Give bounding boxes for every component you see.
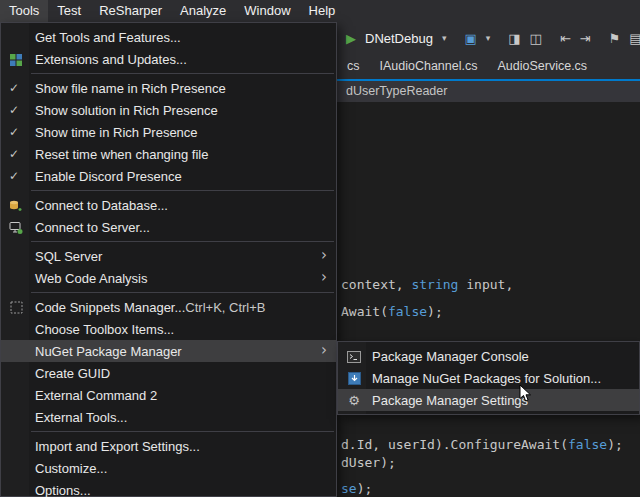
nuget-packages-icon	[346, 371, 362, 386]
menu-item-get-tools-and-features[interactable]: Get Tools and Features...	[1, 26, 336, 48]
menubar-item-resharper[interactable]: ReSharper	[90, 0, 171, 22]
checkmark-icon: ✓	[9, 143, 19, 165]
quick-actions-caret-icon[interactable]: ▾	[486, 33, 491, 43]
code-line: context, string input,	[341, 277, 513, 292]
menu-item-label: Web Code Analysis	[35, 271, 148, 286]
menubar-item-help[interactable]: Help	[300, 0, 345, 22]
code-keyword: false	[388, 304, 427, 319]
comment-icon[interactable]: ▤	[629, 32, 640, 45]
menubar-item-analyze[interactable]: Analyze	[171, 0, 235, 22]
code-line: Await(false);	[341, 304, 443, 319]
menu-item-connect-to-server[interactable]: Connect to Server...	[1, 216, 336, 238]
menubar-item-window[interactable]: Window	[235, 0, 299, 22]
debug-target-caret-icon[interactable]: ▾	[442, 33, 447, 43]
code-text: input,	[458, 277, 513, 292]
menu-item-extensions-and-updates[interactable]: Extensions and Updates...	[1, 48, 336, 70]
menu-item-label: Import and Export Settings...	[35, 439, 200, 454]
submenu-arrow-icon: ›	[321, 340, 327, 360]
tab-audioservice[interactable]: AudioService.cs	[487, 54, 597, 79]
menu-item-options[interactable]: Options...	[1, 479, 336, 497]
code-line: se);	[341, 481, 372, 496]
menu-item-choose-toolbox-items[interactable]: Choose Toolbox Items...	[1, 318, 336, 340]
tab-iaudiochannel[interactable]: IAudioChannel.cs	[370, 54, 488, 79]
menu-separator	[31, 190, 334, 191]
debug-target-label[interactable]: DNetDebug	[365, 31, 433, 46]
code-text: );	[607, 437, 623, 452]
menu-item-label: Options...	[35, 483, 91, 497]
menu-item-show-solution[interactable]: ✓ Show solution in Rich Presence	[1, 99, 336, 121]
menu-item-sql-server[interactable]: SQL Server ›	[1, 245, 336, 267]
submenu-item-package-manager-settings[interactable]: ⚙ Package Manager Settings	[338, 389, 639, 411]
menu-item-connect-to-database[interactable]: Connect to Database...	[1, 194, 336, 216]
submenu-arrow-icon: ›	[321, 267, 327, 287]
code-keyword: se	[341, 481, 357, 496]
menu-item-label: Customize...	[35, 461, 107, 476]
menu-item-label: Connect to Server...	[35, 220, 150, 235]
split-view-icon[interactable]: ◫	[530, 32, 542, 45]
menubar-item-test[interactable]: Test	[48, 0, 90, 22]
menu-item-label: Extensions and Updates...	[35, 52, 187, 67]
menu-item-import-export-settings[interactable]: Import and Export Settings...	[1, 435, 336, 457]
submenu-item-label: Manage NuGet Packages for Solution...	[372, 371, 601, 386]
navbar-type-label: dUserTypeReader	[346, 84, 447, 98]
menu-item-external-command-2[interactable]: External Command 2	[1, 384, 336, 406]
menu-item-reset-time[interactable]: ✓ Reset time when changing file	[1, 143, 336, 165]
code-keyword: string	[411, 277, 458, 292]
menu-bar: Tools Test ReSharper Analyze Window Help	[0, 0, 640, 22]
nuget-package-manager-submenu: Package Manager Console Manage NuGet Pac…	[337, 341, 640, 415]
code-snippets-icon	[8, 300, 24, 315]
connect-server-icon	[8, 220, 24, 235]
submenu-item-label: Package Manager Console	[372, 349, 529, 364]
code-keyword: false	[568, 437, 607, 452]
connect-database-icon	[8, 198, 24, 213]
submenu-item-package-manager-console[interactable]: Package Manager Console	[338, 345, 639, 367]
menu-item-create-guid[interactable]: Create GUID	[1, 362, 336, 384]
tab-partial[interactable]: cs	[337, 54, 370, 79]
menu-item-label: Choose Toolbox Items...	[35, 322, 174, 337]
menu-item-customize[interactable]: Customize...	[1, 457, 336, 479]
preview-changes-icon[interactable]: ◨	[508, 32, 520, 45]
code-text: );	[427, 304, 443, 319]
menu-separator	[31, 73, 334, 74]
menubar-item-tools[interactable]: Tools	[0, 0, 48, 22]
menu-item-external-tools[interactable]: External Tools...	[1, 406, 336, 428]
indent-increase-icon[interactable]: ⇥	[580, 32, 591, 45]
quick-actions-icon[interactable]: ▣	[464, 32, 476, 45]
code-line: d.Id, userId).ConfigureAwait(false);	[341, 437, 623, 452]
checkmark-icon: ✓	[9, 165, 19, 187]
tools-menu: Get Tools and Features... Extensions and…	[0, 22, 337, 497]
start-debug-icon[interactable]: ▶	[346, 32, 356, 45]
menu-item-label: Connect to Database...	[35, 198, 168, 213]
checkmark-icon: ✓	[9, 99, 19, 121]
menu-separator	[31, 292, 334, 293]
menu-item-shortcut: Ctrl+K, Ctrl+B	[185, 300, 309, 315]
menu-item-label: Get Tools and Features...	[35, 30, 181, 45]
extensions-icon	[8, 52, 24, 67]
indent-decrease-icon[interactable]: ⇤	[560, 32, 571, 45]
checkmark-icon: ✓	[9, 121, 19, 143]
menu-item-label: External Command 2	[35, 388, 157, 403]
menu-item-web-code-analysis[interactable]: Web Code Analysis ›	[1, 267, 336, 289]
submenu-item-manage-nuget-packages[interactable]: Manage NuGet Packages for Solution...	[338, 367, 639, 389]
code-text: Await(	[341, 304, 388, 319]
code-text: d.Id, userId).ConfigureAwait(	[341, 437, 568, 452]
menu-item-label: NuGet Package Manager	[35, 344, 182, 359]
code-line: dUser);	[341, 455, 396, 470]
menu-item-label: Show time in Rich Presence	[35, 125, 198, 140]
menu-item-label: Enable Discord Presence	[35, 169, 182, 184]
menu-item-label: External Tools...	[35, 410, 127, 425]
menu-separator	[31, 241, 334, 242]
menu-item-show-file-name[interactable]: ✓ Show file name in Rich Presence	[1, 77, 336, 99]
gear-icon: ⚙	[346, 393, 362, 408]
menu-item-show-time[interactable]: ✓ Show time in Rich Presence	[1, 121, 336, 143]
menu-item-label: Create GUID	[35, 366, 110, 381]
menu-item-nuget-package-manager[interactable]: NuGet Package Manager ›	[1, 340, 336, 362]
menu-item-enable-discord-presence[interactable]: ✓ Enable Discord Presence	[1, 165, 336, 187]
submenu-arrow-icon: ›	[321, 245, 327, 265]
bookmark-icon[interactable]: ⚑	[609, 32, 621, 45]
code-text: dUser);	[341, 455, 396, 470]
code-text: );	[357, 481, 373, 496]
code-text: context,	[341, 277, 411, 292]
menu-item-code-snippets-manager[interactable]: Code Snippets Manager... Ctrl+K, Ctrl+B	[1, 296, 336, 318]
menu-item-label: SQL Server	[35, 249, 102, 264]
